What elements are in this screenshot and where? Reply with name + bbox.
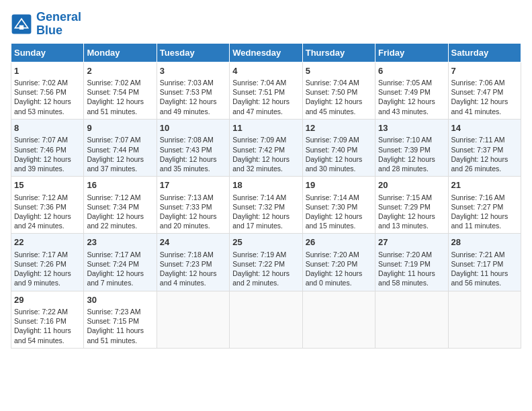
day-info-line: Sunrise: 7:21 AM bbox=[451, 250, 518, 259]
day-info-line: Sunset: 7:46 PM bbox=[14, 145, 81, 154]
day-info-line: and 30 minutes. bbox=[306, 164, 372, 173]
day-number: 18 bbox=[232, 179, 299, 191]
day-info-line: Daylight: 12 hours bbox=[160, 212, 226, 221]
day-info-line: Sunrise: 7:14 AM bbox=[232, 193, 299, 202]
day-number: 17 bbox=[160, 179, 226, 191]
col-header-saturday: Saturday bbox=[448, 43, 521, 62]
col-header-wednesday: Wednesday bbox=[230, 43, 302, 62]
day-number: 16 bbox=[87, 179, 153, 191]
day-info-line: Sunrise: 7:03 AM bbox=[160, 78, 226, 87]
day-number: 27 bbox=[378, 236, 445, 248]
day-cell-2: 2Sunrise: 7:02 AMSunset: 7:54 PMDaylight… bbox=[84, 62, 157, 119]
day-info-line: Sunset: 7:37 PM bbox=[451, 145, 518, 154]
day-info-line: Daylight: 12 hours bbox=[87, 269, 153, 278]
day-cell-8: 8Sunrise: 7:07 AMSunset: 7:46 PMDaylight… bbox=[11, 119, 84, 176]
day-number: 22 bbox=[14, 236, 81, 248]
day-cell-6: 6Sunrise: 7:05 AMSunset: 7:49 PMDaylight… bbox=[375, 62, 448, 119]
day-info-line: and 39 minutes. bbox=[14, 164, 81, 173]
day-info-line: Daylight: 12 hours bbox=[160, 154, 226, 164]
day-info-line: Daylight: 12 hours bbox=[306, 97, 372, 106]
day-info-line: Sunrise: 7:20 AM bbox=[378, 250, 445, 259]
day-info-line: Sunrise: 7:15 AM bbox=[378, 193, 445, 202]
day-info-line: and 22 minutes. bbox=[87, 221, 153, 230]
day-info-line: Sunrise: 7:08 AM bbox=[160, 135, 226, 144]
day-number: 8 bbox=[14, 122, 81, 134]
day-number: 12 bbox=[306, 122, 372, 134]
day-info-line: Daylight: 12 hours bbox=[451, 212, 518, 221]
day-info-line: Daylight: 12 hours bbox=[306, 269, 372, 278]
day-info-line: and 56 minutes. bbox=[451, 278, 518, 287]
day-info-line: Sunrise: 7:04 AM bbox=[306, 78, 372, 87]
day-number: 19 bbox=[306, 179, 372, 191]
day-info-line: Sunset: 7:50 PM bbox=[306, 87, 372, 97]
day-info-line: and 51 minutes. bbox=[87, 336, 153, 345]
day-number: 3 bbox=[160, 65, 226, 77]
day-cell-17: 17Sunrise: 7:13 AMSunset: 7:33 PMDayligh… bbox=[157, 177, 229, 234]
day-info-line: Daylight: 12 hours bbox=[306, 212, 372, 221]
day-info-line: Sunrise: 7:13 AM bbox=[160, 193, 226, 202]
day-info-line: Sunrise: 7:19 AM bbox=[232, 250, 299, 259]
day-info-line: Daylight: 12 hours bbox=[87, 212, 153, 221]
day-info-line: and 4 minutes. bbox=[160, 278, 226, 287]
day-info-line: and 37 minutes. bbox=[87, 164, 153, 173]
day-info-line: Sunrise: 7:09 AM bbox=[306, 135, 372, 144]
day-info-line: Sunset: 7:43 PM bbox=[160, 145, 226, 154]
day-number: 14 bbox=[451, 122, 518, 134]
day-info-line: and 54 minutes. bbox=[14, 336, 81, 345]
day-number: 30 bbox=[87, 294, 153, 306]
day-cell-21: 21Sunrise: 7:16 AMSunset: 7:27 PMDayligh… bbox=[448, 177, 521, 234]
day-info-line: and 51 minutes. bbox=[87, 107, 153, 116]
day-cell-23: 23Sunrise: 7:17 AMSunset: 7:24 PMDayligh… bbox=[84, 234, 157, 291]
day-number: 2 bbox=[87, 65, 153, 77]
day-number: 7 bbox=[451, 65, 518, 77]
day-info-line: Daylight: 11 hours bbox=[14, 326, 81, 335]
day-info-line: Daylight: 12 hours bbox=[160, 97, 226, 106]
day-cell-7: 7Sunrise: 7:06 AMSunset: 7:47 PMDaylight… bbox=[448, 62, 521, 119]
day-cell-1: 1Sunrise: 7:02 AMSunset: 7:56 PMDaylight… bbox=[11, 62, 84, 119]
day-info-line: and 28 minutes. bbox=[378, 164, 445, 173]
day-cell-11: 11Sunrise: 7:09 AMSunset: 7:42 PMDayligh… bbox=[230, 119, 302, 176]
day-cell-19: 19Sunrise: 7:14 AMSunset: 7:30 PMDayligh… bbox=[302, 177, 375, 234]
day-info-line: Daylight: 12 hours bbox=[14, 154, 81, 164]
day-info-line: Daylight: 12 hours bbox=[232, 97, 299, 106]
day-info-line: Sunrise: 7:07 AM bbox=[87, 135, 153, 144]
day-info-line: Daylight: 12 hours bbox=[378, 212, 445, 221]
week-row-1: 1Sunrise: 7:02 AMSunset: 7:56 PMDaylight… bbox=[11, 62, 521, 119]
day-info-line: and 11 minutes. bbox=[451, 221, 518, 230]
day-info-line: Sunset: 7:16 PM bbox=[14, 316, 81, 326]
day-cell-18: 18Sunrise: 7:14 AMSunset: 7:32 PMDayligh… bbox=[230, 177, 302, 234]
day-info-line: Sunset: 7:17 PM bbox=[451, 259, 518, 269]
logo-icon bbox=[11, 13, 32, 35]
day-cell-28: 28Sunrise: 7:21 AMSunset: 7:17 PMDayligh… bbox=[448, 234, 521, 291]
day-info-line: Sunrise: 7:10 AM bbox=[378, 135, 445, 144]
week-row-3: 15Sunrise: 7:12 AMSunset: 7:36 PMDayligh… bbox=[11, 177, 521, 234]
day-cell-25: 25Sunrise: 7:19 AMSunset: 7:22 PMDayligh… bbox=[230, 234, 302, 291]
day-number: 28 bbox=[451, 236, 518, 248]
day-info-line: Daylight: 12 hours bbox=[232, 154, 299, 164]
day-info-line: Daylight: 11 hours bbox=[451, 269, 518, 278]
day-info-line: and 35 minutes. bbox=[160, 164, 226, 173]
day-info-line: Daylight: 11 hours bbox=[378, 269, 445, 278]
day-info-line: Sunset: 7:24 PM bbox=[87, 259, 153, 269]
day-info-line: Sunrise: 7:23 AM bbox=[87, 307, 153, 316]
col-header-friday: Friday bbox=[375, 43, 448, 62]
day-info-line: Daylight: 12 hours bbox=[87, 97, 153, 106]
day-cell-10: 10Sunrise: 7:08 AMSunset: 7:43 PMDayligh… bbox=[157, 119, 229, 176]
day-cell-3: 3Sunrise: 7:03 AMSunset: 7:53 PMDaylight… bbox=[157, 62, 229, 119]
day-info-line: Sunrise: 7:02 AM bbox=[87, 78, 153, 87]
week-row-4: 22Sunrise: 7:17 AMSunset: 7:26 PMDayligh… bbox=[11, 234, 521, 291]
day-info-line: Sunrise: 7:14 AM bbox=[306, 193, 372, 202]
day-number: 20 bbox=[378, 179, 445, 191]
day-info-line: Daylight: 12 hours bbox=[160, 269, 226, 278]
day-number: 25 bbox=[232, 236, 299, 248]
day-number: 23 bbox=[87, 236, 153, 248]
day-cell-22: 22Sunrise: 7:17 AMSunset: 7:26 PMDayligh… bbox=[11, 234, 84, 291]
page-header: General Blue bbox=[11, 11, 521, 38]
day-info-line: Sunrise: 7:06 AM bbox=[451, 78, 518, 87]
day-info-line: Daylight: 12 hours bbox=[378, 97, 445, 106]
day-info-line: Sunset: 7:53 PM bbox=[160, 87, 226, 97]
day-cell-30: 30Sunrise: 7:23 AMSunset: 7:15 PMDayligh… bbox=[84, 291, 157, 348]
col-header-sunday: Sunday bbox=[11, 43, 84, 62]
day-info-line: and 20 minutes. bbox=[160, 221, 226, 230]
day-info-line: Sunset: 7:26 PM bbox=[14, 259, 81, 269]
